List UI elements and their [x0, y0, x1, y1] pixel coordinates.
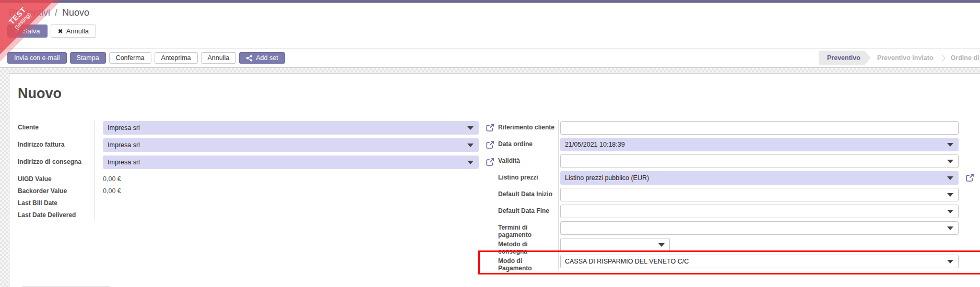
dropdown-caret-icon[interactable] [947, 176, 953, 180]
field-current-value: Impresa srl [108, 159, 140, 166]
dropdown-caret-icon[interactable] [947, 193, 953, 197]
field-label-indirizzo-di-consegna: Indirizzo di consegna [18, 154, 95, 165]
select-listino-prezzi[interactable]: Listino prezzi pubblico (EUR) [560, 171, 959, 185]
invia-con-e-mail-button[interactable]: Invia con e-mail [7, 52, 67, 64]
external-link-button-indirizzo-di-consegna[interactable] [486, 158, 494, 169]
field-row-listino-prezzi: Listino prezziListino prezzi pubblico (E… [498, 170, 980, 187]
field-value-termini-di-pagamento [558, 220, 959, 237]
check-icon: ✔ [15, 28, 20, 35]
dropdown-caret-icon[interactable] [947, 143, 953, 147]
field-label-validit: Validità [498, 153, 558, 164]
stage-preventivo-inviato[interactable]: Preventivo inviato [871, 54, 940, 62]
save-button-label: Salva [23, 27, 40, 35]
discard-button-label: Annulla [66, 27, 89, 35]
field-row-backorder-value: Backorder Value0,00 € [18, 184, 498, 196]
field-group-left: ClienteImpresa srl Indirizzo fatturaImpr… [18, 120, 498, 220]
select-cliente[interactable]: Impresa srl [103, 121, 479, 135]
field-row-indirizzo-fattura: Indirizzo fatturaImpresa srl [18, 137, 498, 154]
conferma-button[interactable]: Conferma [109, 52, 151, 64]
field-value-indirizzo-fattura: Impresa srl [95, 137, 494, 154]
field-value-riferimento-cliente [558, 120, 959, 137]
external-link-icon [486, 140, 494, 149]
field-current-value: CASSA DI RISPARMIO DEL VENETO C/C [565, 258, 689, 265]
dropdown-caret-icon[interactable] [947, 160, 953, 163]
field-value-modo-di-pagamento: CASSA DI RISPARMIO DEL VENETO C/C [558, 254, 959, 270]
external-link-button-cliente[interactable] [486, 123, 494, 134]
select-metodo-di-consegna[interactable] [560, 238, 670, 252]
field-label-data-ordine: Data ordine [498, 137, 558, 148]
dropdown-caret-icon[interactable] [947, 226, 953, 230]
select-termini-di-pagamento[interactable] [560, 221, 959, 235]
select-validit[interactable] [560, 154, 959, 168]
field-text-backorder-value: 0,00 € [103, 184, 121, 195]
status-pipeline: PreventivoPreventivo inviatoOrdine di ve… [819, 51, 980, 65]
field-label-last-date-delivered: Last Date Delivered [18, 208, 95, 219]
stage-preventivo[interactable]: Preventivo [819, 51, 871, 65]
dropdown-caret-icon[interactable] [947, 210, 953, 213]
select-modo-di-pagamento[interactable]: CASSA DI RISPARMIO DEL VENETO C/C [560, 255, 959, 268]
add-set-button[interactable]: Add set [239, 52, 285, 64]
dropdown-caret-icon[interactable] [947, 260, 953, 264]
breadcrumb-separator: / [55, 7, 57, 18]
field-row-default-data-inizio: Default Data Inizio [498, 187, 980, 204]
field-label-cliente: Cliente [18, 120, 95, 131]
select-default-data-inizio[interactable] [560, 188, 959, 201]
external-link-icon [965, 173, 974, 182]
field-row-data-ordine: Data ordine21/05/2021 10:18:39 [498, 137, 980, 153]
dropdown-caret-icon[interactable] [467, 161, 474, 164]
field-row-uigd-value: UIGD Value0,00 € [18, 172, 498, 184]
select-default-data-fine[interactable] [560, 205, 959, 218]
dropdown-caret-icon[interactable] [467, 126, 474, 130]
field-value-listino-prezzi: Listino prezzi pubblico (EUR) [558, 170, 974, 187]
field-label-listino-prezzi: Listino prezzi [498, 170, 558, 181]
field-label-last-bill-date: Last Bill Date [18, 196, 95, 207]
field-label-modo-di-pagamento: Modo di Pagamento [498, 254, 558, 272]
field-value-last-date-delivered [95, 208, 103, 220]
field-label-backorder-value: Backorder Value [18, 184, 95, 195]
stampa-button[interactable]: Stampa [70, 52, 106, 64]
annulla-button[interactable]: Annulla [201, 52, 237, 64]
field-row-indirizzo-di-consegna: Indirizzo di consegnaImpresa srl [18, 154, 498, 172]
input-riferimento-cliente[interactable] [560, 121, 959, 135]
discard-button[interactable]: ✖ Annulla [51, 25, 96, 38]
dropdown-caret-icon[interactable] [658, 243, 665, 247]
field-value-last-bill-date [95, 196, 103, 208]
invia-con-e-mail-button-label: Invia con e-mail [14, 54, 60, 62]
close-icon: ✖ [58, 28, 63, 35]
select-indirizzo-di-consegna[interactable]: Impresa srl [103, 156, 479, 169]
add-set-button-label: Add set [256, 54, 278, 62]
external-link-icon [486, 123, 494, 132]
field-label-metodo-di-consegna: Metodo di consegna [498, 237, 558, 255]
field-current-value: Impresa srl [108, 141, 140, 149]
field-label-indirizzo-fattura: Indirizzo fattura [18, 137, 95, 148]
field-current-value: Impresa srl [108, 124, 140, 131]
share-nodes-icon [246, 55, 253, 62]
dropdown-caret-icon[interactable] [467, 144, 474, 147]
breadcrumb-current: Nuovo [62, 7, 89, 18]
stage-ordine-di-vendita[interactable]: Ordine di vendita [944, 54, 980, 62]
field-value-default-data-fine [558, 204, 959, 220]
field-current-value: 21/05/2021 10:18:39 [565, 141, 625, 148]
field-row-metodo-di-consegna: Metodo di consegna [498, 237, 980, 254]
field-row-default-data-fine: Default Data Fine [498, 204, 980, 220]
field-label-uigd-value: UIGD Value [18, 172, 95, 183]
external-link-icon [486, 158, 494, 166]
action-buttons-row: Invia con e-mailStampaConfermaAnteprimaA… [7, 52, 285, 64]
field-label-termini-di-pagamento: Termini di pagamento [498, 220, 558, 238]
external-link-button-indirizzo-fattura[interactable] [486, 140, 494, 151]
edit-buttons-row: ✔ Salva ✖ Annulla [7, 25, 96, 38]
statusbar: Invia con e-mailStampaConfermaAnteprimaA… [0, 48, 980, 68]
anteprima-button[interactable]: Anteprima [155, 52, 198, 64]
select-indirizzo-fattura[interactable]: Impresa srl [103, 138, 479, 152]
save-button[interactable]: ✔ Salva [7, 25, 48, 38]
select-data-ordine[interactable]: 21/05/2021 10:18:39 [560, 138, 959, 151]
form-sheet: Nuovo ClienteImpresa srl Indirizzo fattu… [9, 73, 980, 287]
annulla-button-label: Annulla [208, 54, 230, 62]
external-link-button-listino-prezzi[interactable] [965, 173, 974, 184]
field-current-value: Listino prezzi pubblico (EUR) [565, 174, 649, 182]
field-value-data-ordine: 21/05/2021 10:18:39 [558, 137, 959, 153]
field-value-validit [558, 153, 959, 170]
field-label-default-data-fine: Default Data Fine [498, 204, 558, 214]
breadcrumb-parent[interactable]: Preventivi [9, 7, 50, 18]
field-row-modo-di-pagamento: Modo di PagamentoCASSA DI RISPARMIO DEL … [498, 254, 980, 270]
